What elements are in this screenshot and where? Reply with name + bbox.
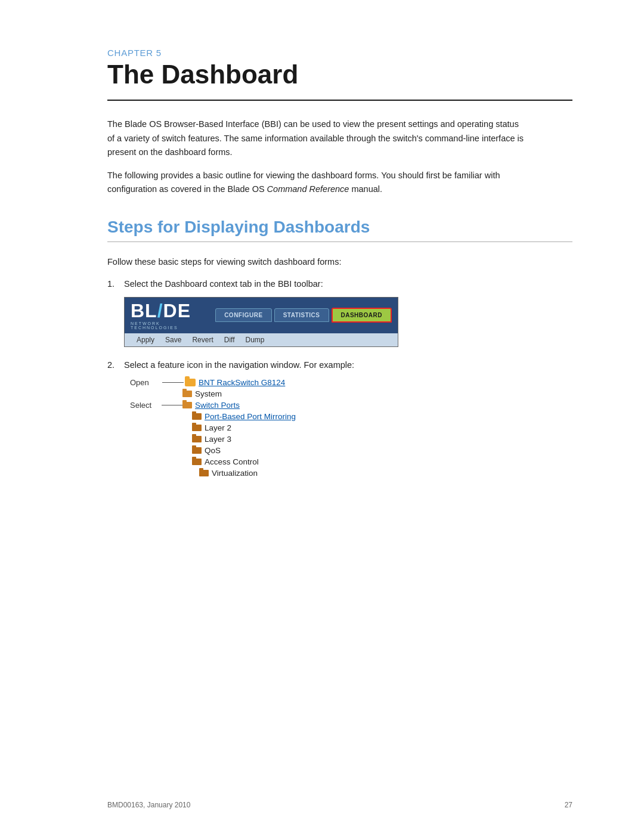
chapter-title: The Dashboard bbox=[107, 60, 572, 89]
intro-paragraph-2: The following provides a basic outline f… bbox=[107, 169, 525, 196]
tree-item-qos: QoS bbox=[192, 446, 572, 455]
statistics-tab[interactable]: STATISTICS bbox=[274, 308, 329, 322]
tree-item-access-control: Access Control bbox=[192, 457, 572, 466]
tree-items: System Select Switch Ports bbox=[182, 389, 572, 478]
page: Chapter 5 The Dashboard The Blade OS Bro… bbox=[0, 0, 644, 833]
section-title: Steps for Displaying Dashboards bbox=[107, 218, 572, 237]
step-1-text: Select the Dashboard context tab in the … bbox=[124, 279, 572, 289]
italic-text: Command Reference bbox=[267, 184, 349, 194]
step-2: 2. Select a feature icon in the navigati… bbox=[107, 360, 572, 480]
footer: BMD00163, January 2010 27 bbox=[0, 801, 644, 809]
menu-dump[interactable]: Dump bbox=[246, 336, 265, 344]
qos-folder-icon bbox=[192, 447, 202, 454]
system-folder-icon bbox=[182, 391, 192, 397]
port-mirroring-folder-icon bbox=[192, 413, 202, 420]
tree-item-layer3: Layer 3 bbox=[192, 435, 572, 444]
switch-ports-folder-icon bbox=[182, 402, 192, 408]
footer-left: BMD00163, January 2010 bbox=[107, 801, 190, 809]
blade-logo: BL/DE NETWORK TECHNOLOGIES bbox=[131, 301, 205, 330]
menu-save[interactable]: Save bbox=[165, 336, 181, 344]
open-arrow-line bbox=[162, 382, 184, 383]
tree-item-virtualization: Virtualization bbox=[199, 469, 572, 478]
open-label: Open bbox=[130, 378, 161, 387]
virtualization-folder-icon bbox=[199, 470, 209, 476]
chapter-divider bbox=[107, 100, 572, 101]
access-control-folder-icon bbox=[192, 459, 202, 465]
bbi-toolbar-top: BL/DE NETWORK TECHNOLOGIES CONFIGURE STA… bbox=[125, 298, 398, 333]
blade-logo-text: BL/DE bbox=[131, 301, 205, 320]
switch-ports-link[interactable]: Switch Ports bbox=[195, 401, 240, 410]
layer2-label: Layer 2 bbox=[205, 423, 231, 432]
layer3-folder-icon bbox=[192, 436, 202, 442]
qos-label: QoS bbox=[205, 446, 221, 455]
dashboard-tab[interactable]: DASHBOARD bbox=[332, 308, 392, 323]
layer3-label: Layer 3 bbox=[205, 435, 231, 444]
steps-list: 1. Select the Dashboard context tab in t… bbox=[107, 279, 572, 480]
nav-tree-screenshot: Open BNT RackSwitch G8124 bbox=[130, 378, 572, 478]
layer2-folder-icon bbox=[192, 425, 202, 431]
blade-subtitle: NETWORK TECHNOLOGIES bbox=[131, 321, 205, 330]
select-label: Select bbox=[130, 401, 151, 410]
root-folder-icon bbox=[185, 379, 196, 386]
step-2-text: Select a feature icon in the navigation … bbox=[124, 360, 572, 370]
open-annotation-row: Open BNT RackSwitch G8124 bbox=[130, 378, 572, 387]
port-mirroring-link[interactable]: Port-Based Port Mirroring bbox=[205, 412, 296, 421]
footer-right: 27 bbox=[565, 801, 572, 809]
tree-item-port-mirroring: Port-Based Port Mirroring bbox=[192, 412, 572, 421]
bbi-tabs: CONFIGURE STATISTICS DASHBOARD bbox=[215, 308, 392, 323]
menu-apply[interactable]: Apply bbox=[137, 336, 154, 344]
system-label: System bbox=[195, 389, 222, 398]
step-2-content: Select a feature icon in the navigation … bbox=[124, 360, 572, 480]
select-annotation-row: Select Switch Ports bbox=[182, 401, 572, 410]
step-2-number: 2. bbox=[107, 360, 124, 370]
menu-diff[interactable]: Diff bbox=[224, 336, 235, 344]
root-link[interactable]: BNT RackSwitch G8124 bbox=[199, 378, 285, 387]
access-control-label: Access Control bbox=[205, 457, 259, 466]
bbi-toolbar-screenshot: BL/DE NETWORK TECHNOLOGIES CONFIGURE STA… bbox=[124, 297, 398, 347]
step-1: 1. Select the Dashboard context tab in t… bbox=[107, 279, 572, 347]
tree-item-system: System bbox=[182, 389, 572, 398]
configure-tab[interactable]: CONFIGURE bbox=[215, 308, 272, 322]
chapter-label: Chapter 5 bbox=[107, 48, 572, 58]
select-arrow-line bbox=[162, 405, 182, 405]
step-1-number: 1. bbox=[107, 279, 124, 289]
bbi-menu-bar: Apply Save Revert Diff Dump bbox=[125, 333, 398, 346]
virtualization-label: Virtualization bbox=[212, 469, 258, 478]
follow-text: Follow these basic steps for viewing swi… bbox=[107, 255, 525, 269]
intro-paragraph-1: The Blade OS Browser-Based Interface (BB… bbox=[107, 117, 525, 159]
step-1-content: Select the Dashboard context tab in the … bbox=[124, 279, 572, 347]
menu-revert[interactable]: Revert bbox=[192, 336, 213, 344]
tree-item-layer2: Layer 2 bbox=[192, 423, 572, 432]
section-divider bbox=[107, 241, 572, 242]
